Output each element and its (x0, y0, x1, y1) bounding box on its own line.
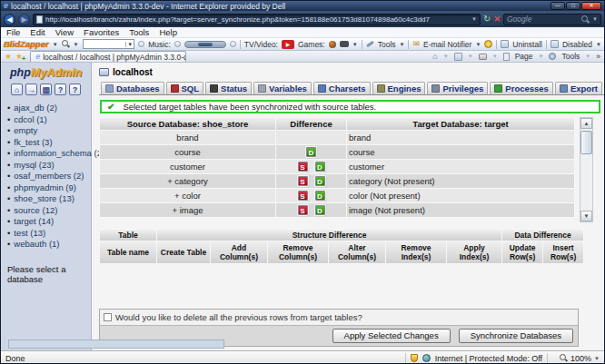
structure-diff-button[interactable]: S (298, 191, 308, 201)
structure-diff-button[interactable]: S (298, 176, 308, 186)
refresh-icon[interactable]: ↻ (483, 15, 491, 24)
phpmyadmin-logo[interactable]: phpMyAdmin (1, 66, 91, 79)
sidebar-item-database[interactable]: cdcol (1) (7, 114, 89, 126)
menu-favorites[interactable]: Favorites (84, 27, 119, 37)
gamepad-icon[interactable] (340, 41, 349, 47)
volume-slider-thumb[interactable] (198, 43, 213, 46)
scroll-up-icon[interactable]: ▲ (580, 118, 592, 129)
page-menu-icon[interactable] (503, 53, 510, 61)
more-commands-chevron[interactable]: » (596, 52, 600, 61)
print-dropdown-icon[interactable]: ▼ (492, 54, 498, 59)
sidebar-item-database[interactable]: source (12) (7, 205, 89, 217)
uninstall-label[interactable]: Uninstall (512, 40, 542, 49)
zoom-control[interactable]: 100% ▼ (552, 354, 600, 363)
sidebar-item-database[interactable]: empty (7, 125, 89, 137)
addon-tools-label[interactable]: Tools (378, 40, 396, 49)
sidebar-item-database[interactable]: target (14) (7, 216, 89, 228)
sidebar-item-database[interactable]: osaf_members (2) (7, 171, 89, 182)
tab-sql[interactable]: SQL (166, 82, 204, 94)
home-dropdown-icon[interactable]: ▼ (443, 54, 449, 59)
play-button[interactable] (138, 41, 144, 47)
ball-game-icon[interactable] (329, 41, 336, 48)
sidebar-item-database[interactable]: phpmyadmin (9) (7, 182, 89, 194)
close-button[interactable]: ✕ (581, 2, 601, 10)
scrollbar[interactable]: ▲ ▼ (580, 117, 593, 222)
delete-rows-checkbox[interactable] (104, 313, 112, 321)
toolbar-search-icon[interactable] (62, 40, 70, 48)
logout-icon[interactable]: → (25, 84, 37, 95)
search-box[interactable]: Google ▼ (503, 14, 601, 25)
tab-title[interactable]: localhost / localhost | phpMyAdmin 3.3.0… (43, 53, 186, 62)
synchronize-databases-button[interactable]: Synchronize Databases (459, 329, 573, 343)
tab-databases[interactable]: Databases (101, 82, 164, 94)
search-icon[interactable] (581, 15, 590, 24)
tools-dropdown-icon[interactable]: ▼ (585, 54, 590, 59)
toolbar-search-dropdown-icon[interactable]: ▼ (74, 42, 79, 47)
disabled-label[interactable]: Disabled (562, 40, 592, 49)
structure-diff-button[interactable]: S (298, 205, 308, 215)
apply-selected-changes-button[interactable]: Apply Selected Changes (332, 329, 451, 343)
volume-slider[interactable] (184, 41, 226, 48)
volume-up-button[interactable] (230, 41, 236, 47)
home-icon[interactable]: ⌂ (432, 53, 437, 61)
tab-privileges[interactable]: Privileges (427, 82, 488, 94)
email-notifier-label[interactable]: E-mail Notifier (423, 40, 471, 49)
favorites-icon[interactable]: ★ (5, 53, 12, 61)
zoom-dropdown-icon[interactable]: ▼ (594, 356, 600, 361)
disabled-dropdown-icon[interactable]: ▼ (596, 42, 601, 47)
page-menu-label[interactable]: Page (515, 52, 533, 61)
sql-window-icon[interactable]: ▥ (40, 84, 52, 95)
page-dropdown-icon[interactable]: ▼ (539, 54, 544, 59)
brand-dropdown-icon[interactable]: ▼ (53, 42, 58, 47)
mysql-docs-icon[interactable]: ? (69, 84, 81, 95)
feeds-dropdown-icon[interactable]: ▼ (468, 54, 473, 59)
email-dropdown-icon[interactable]: ▼ (475, 42, 481, 47)
add-favorite-icon[interactable]: ★ (15, 53, 23, 61)
menu-tools[interactable]: Tools (129, 27, 149, 37)
address-bar[interactable]: http://localhost/branch/zahra/index.php?… (33, 14, 481, 25)
tools-menu-label[interactable]: Tools (561, 52, 580, 61)
data-diff-button[interactable]: D (315, 162, 325, 172)
tab-processes[interactable]: Processes (490, 82, 553, 94)
browser-tab[interactable]: e localhost / localhost | phpMyAdmin 3.3… (30, 51, 186, 62)
home-icon[interactable]: ⌂ (11, 84, 23, 95)
tab-charsets[interactable]: Charsets (313, 82, 371, 94)
sidebar-item-database[interactable]: test (13) (7, 228, 89, 240)
search-placeholder[interactable]: Google (507, 15, 531, 24)
back-button[interactable]: ◀ (4, 14, 15, 25)
menu-help[interactable]: Help (159, 27, 177, 37)
structure-diff-button[interactable]: S (298, 162, 308, 172)
youtube-icon[interactable]: ▶ (282, 40, 294, 49)
sidebar-item-database[interactable]: fk_test (3) (7, 137, 89, 149)
data-diff-button[interactable]: D (315, 176, 325, 186)
print-icon[interactable] (479, 54, 487, 60)
tools-menu-icon[interactable] (549, 53, 556, 60)
data-diff-button[interactable]: D (315, 191, 325, 201)
scrollbar-thumb[interactable] (580, 131, 592, 154)
maximize-button[interactable]: □ (566, 2, 580, 10)
address-dropdown-icon[interactable]: ▼ (471, 16, 477, 22)
menu-file[interactable]: File (6, 27, 20, 37)
minimize-button[interactable]: — (550, 2, 565, 10)
tab-status[interactable]: Status (205, 82, 252, 94)
sidebar-item-database[interactable]: information_schema (28) (7, 148, 89, 160)
games-dropdown-icon[interactable]: ▼ (352, 42, 358, 47)
sidebar-item-database[interactable]: ajax_db (2) (7, 103, 89, 114)
pma-docs-icon[interactable]: ? (55, 84, 66, 95)
url-text[interactable]: http://localhost/branch/zahra/index.php?… (45, 15, 469, 24)
addon-tools-dropdown-icon[interactable]: ▼ (400, 42, 405, 47)
toolbar-search-input[interactable]: ▼ (83, 39, 135, 49)
combo-dropdown-icon[interactable]: ▼ (125, 42, 134, 47)
stop-icon[interactable]: ✕ (493, 15, 501, 24)
menu-edit[interactable]: Edit (30, 27, 45, 37)
tab-export[interactable]: Export (555, 82, 602, 94)
tab-engines[interactable]: Engines (372, 82, 426, 94)
data-diff-button[interactable]: D (315, 205, 325, 215)
forward-button[interactable]: ▶ (18, 14, 30, 25)
scroll-down-icon[interactable]: ▼ (580, 211, 592, 221)
volume-down-button[interactable] (174, 41, 181, 47)
sidebar-item-database[interactable]: shoe_store (13) (7, 193, 89, 205)
feeds-icon[interactable] (454, 53, 462, 61)
data-diff-button[interactable]: D (306, 147, 316, 157)
search-dropdown-icon[interactable]: ▼ (592, 16, 598, 22)
